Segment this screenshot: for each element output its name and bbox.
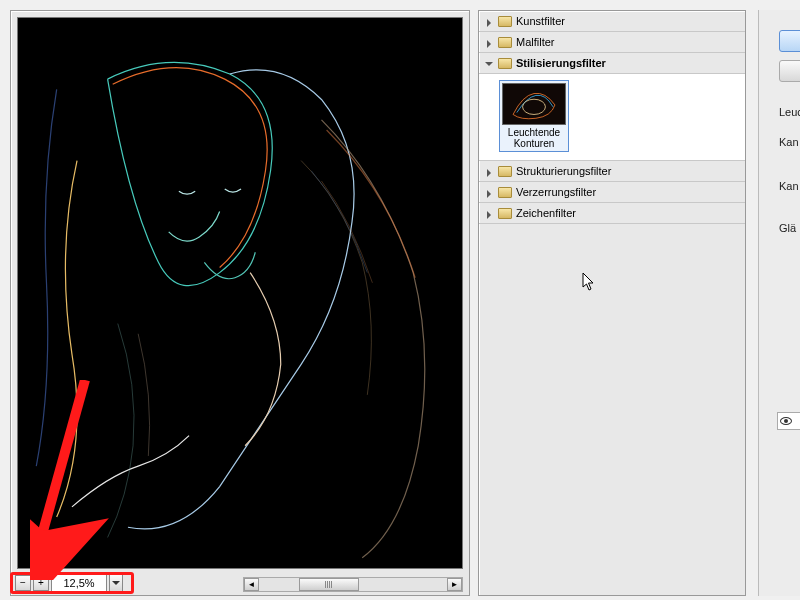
- category-label: Malfilter: [516, 36, 739, 48]
- collapse-icon: [485, 59, 494, 68]
- zoom-value[interactable]: 12,5%: [51, 574, 107, 592]
- svg-rect-2: [504, 84, 565, 124]
- filter-category-stilisierungsfilter[interactable]: Stilisierungsfilter: [479, 53, 745, 74]
- zoom-toolbar: − + 12,5% ◄ ►: [11, 571, 469, 595]
- folder-icon: [498, 166, 512, 177]
- cancel-button[interactable]: [779, 60, 800, 82]
- scroll-thumb[interactable]: [299, 578, 359, 591]
- category-label: Strukturierungsfilter: [516, 165, 739, 177]
- expand-icon: [485, 209, 494, 218]
- filter-category-malfilter[interactable]: Malfilter: [479, 32, 745, 53]
- expand-icon: [485, 17, 494, 26]
- filter-settings-panel: Leuc Kan Kan Glä Leu: [758, 10, 800, 596]
- filter-category-zeichenfilter[interactable]: Zeichenfilter: [479, 203, 745, 224]
- svg-rect-0: [18, 18, 462, 568]
- filter-thumbnail-image: [502, 83, 566, 125]
- filter-preview-image: [17, 17, 463, 569]
- expand-icon: [485, 188, 494, 197]
- preview-horizontal-scrollbar[interactable]: ◄ ►: [243, 577, 463, 592]
- folder-icon: [498, 208, 512, 219]
- preview-panel: − + 12,5% ◄ ►: [10, 10, 470, 596]
- expand-icon: [485, 167, 494, 176]
- category-label: Verzerrungsfilter: [516, 186, 739, 198]
- filter-thumb-leuchtende-konturen[interactable]: Leuchtende Konturen: [499, 80, 569, 152]
- filter-category-kunstfilter[interactable]: Kunstfilter: [479, 11, 745, 32]
- scroll-right-button[interactable]: ►: [447, 578, 462, 591]
- filter-category-panel: Kunstfilter Malfilter Stilisierungsfilte…: [478, 10, 746, 596]
- folder-icon: [498, 58, 512, 69]
- filter-name-label: Leuc: [779, 106, 800, 118]
- folder-icon: [498, 37, 512, 48]
- param-label: Kan: [779, 136, 799, 148]
- scroll-left-button[interactable]: ◄: [244, 578, 259, 591]
- filter-thumbnail-caption: Leuchtende Konturen: [502, 127, 566, 149]
- ok-button[interactable]: [779, 30, 800, 52]
- scroll-track[interactable]: [259, 578, 447, 591]
- folder-icon: [498, 187, 512, 198]
- param-label: Glä: [779, 222, 796, 234]
- zoom-in-button[interactable]: +: [33, 575, 49, 591]
- filter-category-verzerrungsfilter[interactable]: Verzerrungsfilter: [479, 182, 745, 203]
- category-label: Zeichenfilter: [516, 207, 739, 219]
- effect-layer-row[interactable]: [777, 412, 800, 430]
- zoom-out-button[interactable]: −: [15, 575, 31, 591]
- category-label: Stilisierungsfilter: [516, 57, 739, 69]
- filter-thumbnails-row: Leuchtende Konturen: [479, 74, 745, 161]
- filter-category-strukturierungsfilter[interactable]: Strukturierungsfilter: [479, 161, 745, 182]
- visibility-eye-icon[interactable]: [780, 417, 792, 425]
- category-label: Kunstfilter: [516, 15, 739, 27]
- folder-icon: [498, 16, 512, 27]
- expand-icon: [485, 38, 494, 47]
- zoom-dropdown-button[interactable]: [109, 574, 123, 592]
- param-label: Kan: [779, 180, 799, 192]
